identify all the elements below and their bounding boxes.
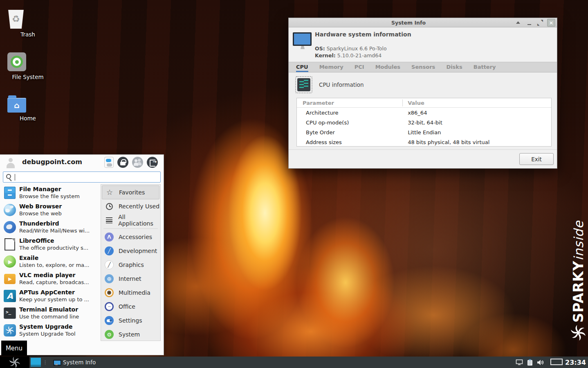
internet-icon: ⊕ xyxy=(105,274,114,283)
show-desktop-button[interactable] xyxy=(550,359,563,365)
column-header-value: Value xyxy=(402,99,551,106)
file-manager-icon xyxy=(4,187,16,199)
view-favorites[interactable]: ☆ Favorites xyxy=(102,185,159,199)
sparky-menu-logo[interactable] xyxy=(0,357,29,368)
category-internet[interactable]: ⊕ Internet xyxy=(101,272,160,286)
desktop-icon-trash[interactable]: ♻ Trash xyxy=(7,10,48,38)
close-button[interactable]: × xyxy=(547,19,555,27)
app-item-vlc[interactable]: ▶ VLC media player Read, capture, broadc… xyxy=(3,271,99,288)
tab-pci[interactable]: PCI xyxy=(355,62,364,72)
star-icon: ☆ xyxy=(105,189,114,196)
tab-bar: CPU Memory PCI Modules Sensors Disks Bat… xyxy=(289,62,557,72)
tab-battery[interactable]: Battery xyxy=(474,62,496,72)
view-all-applications[interactable]: All Applications xyxy=(101,213,160,227)
desktop-icon-home[interactable]: ⌂ Home xyxy=(7,94,48,122)
cell-parameter: CPU op-mode(s) xyxy=(297,120,402,126)
cell-value: 48 bits physical, 48 bits virtual xyxy=(402,139,551,145)
search-icon xyxy=(6,174,11,179)
cell-value: 32-bit, 64-bit xyxy=(402,120,551,126)
category-label: Multimedia xyxy=(119,289,150,296)
cpu-chip-icon xyxy=(295,76,312,93)
desktop-icon-label: Trash xyxy=(7,31,48,38)
office-icon xyxy=(105,302,114,311)
cpu-section-header: CPU information xyxy=(295,76,364,93)
logout-icon[interactable] xyxy=(147,157,158,168)
category-label: Accessories xyxy=(119,234,152,240)
table-row[interactable]: CPU op-mode(s) 32-bit, 64-bit xyxy=(297,117,551,127)
monitor-icon xyxy=(293,32,312,49)
settings-toggles-icon[interactable] xyxy=(104,157,114,168)
panel-handle[interactable]: ⋮ xyxy=(43,360,47,365)
search-input[interactable] xyxy=(17,173,156,181)
table-row[interactable]: Architecture x86_64 xyxy=(297,108,551,117)
taskbar-clock[interactable]: 23:34 xyxy=(565,357,587,368)
user-avatar[interactable] xyxy=(5,157,16,168)
app-name: APTus AppCenter xyxy=(19,289,75,296)
app-item-libreoffice[interactable]: LibreOffice The office productivity s... xyxy=(3,236,99,253)
menu-button[interactable]: Menu xyxy=(1,341,27,356)
app-item-exaile[interactable]: ▶ Exaile Listen to, explore, or ma... xyxy=(3,253,99,271)
app-item-web-browser[interactable]: Web Browser Browse the web xyxy=(3,202,99,219)
app-item-thunderbird[interactable]: Thunderbird Read/Write Mail/News wi... xyxy=(3,219,99,236)
app-item-terminal[interactable]: >_ Terminal Emulator Use the command lin… xyxy=(3,305,99,322)
app-item-aptus[interactable]: A APTus AppCenter Keep your system up to… xyxy=(3,288,99,305)
maximize-button[interactable] xyxy=(536,19,544,27)
home-folder-icon: ⌂ xyxy=(7,98,26,113)
tab-sensors[interactable]: Sensors xyxy=(411,62,435,72)
cell-parameter: Byte Order xyxy=(297,129,402,135)
tab-modules[interactable]: Modules xyxy=(375,62,400,72)
shade-button[interactable] xyxy=(514,19,522,27)
view-recently-used[interactable]: Recently Used xyxy=(101,199,160,213)
display-settings-icon[interactable] xyxy=(516,359,523,366)
multimedia-icon xyxy=(105,288,114,297)
cell-parameter: Address sizes xyxy=(297,139,402,145)
minimize-button[interactable] xyxy=(525,19,533,27)
desktop-icon-file-system[interactable]: File System xyxy=(7,52,48,80)
clipboard-icon[interactable] xyxy=(527,359,533,366)
app-list: File Manager Browse the file system Web … xyxy=(3,185,99,339)
os-label: OS: xyxy=(315,45,325,52)
kernel-line: Kernel:5.10.0-21-amd64 xyxy=(315,52,382,59)
window-buttons: × xyxy=(514,18,555,27)
category-graphics[interactable]: ╱ Graphics xyxy=(101,258,160,272)
lock-screen-icon[interactable] xyxy=(117,157,128,168)
thunderbird-icon xyxy=(4,221,16,233)
app-item-file-manager[interactable]: File Manager Browse the file system xyxy=(3,185,99,202)
switch-user-icon[interactable] xyxy=(132,157,143,168)
taskbar-task-system-info[interactable]: System Info xyxy=(50,357,99,367)
volume-icon[interactable] xyxy=(537,359,544,366)
window-titlebar[interactable]: System Info × xyxy=(289,18,557,27)
vlc-icon: ▶ xyxy=(4,273,16,285)
cell-value: x86_64 xyxy=(402,110,551,116)
tab-memory[interactable]: Memory xyxy=(319,62,343,72)
category-panel: ☆ Favorites Recently Used All Applicatio… xyxy=(101,184,161,341)
table-row[interactable]: Address sizes 48 bits physical, 48 bits … xyxy=(297,137,551,147)
table-row[interactable]: Byte Order Little Endian xyxy=(297,127,551,137)
category-development[interactable]: ╱ Development xyxy=(101,244,160,258)
clock-icon xyxy=(106,203,113,210)
tab-disks[interactable]: Disks xyxy=(446,62,462,72)
workspace-pager[interactable] xyxy=(31,358,41,367)
category-separator xyxy=(103,228,158,229)
menu-header-actions xyxy=(104,157,158,168)
category-accessories[interactable]: Λ Accessories xyxy=(101,230,160,244)
system-icon: ⚙ xyxy=(105,330,114,339)
app-item-system-upgrade[interactable]: System Upgrade System Upgrade Tool xyxy=(3,322,99,339)
category-system[interactable]: ⚙ System xyxy=(101,327,160,341)
app-name: Terminal Emulator xyxy=(19,306,78,313)
category-settings[interactable]: Settings xyxy=(101,314,160,327)
app-name: Web Browser xyxy=(19,203,62,210)
whisker-menu: debugpoint.com File Manager Browse the f… xyxy=(0,154,164,355)
brand-tagline: inside xyxy=(571,221,586,261)
view-label: Recently Used xyxy=(119,203,159,210)
tab-cpu[interactable]: CPU xyxy=(296,62,308,72)
cell-parameter: Architecture xyxy=(297,110,402,116)
recycle-glyph: ♻ xyxy=(12,15,20,24)
window-header: Hardware system information OS:SparkyLin… xyxy=(289,27,557,62)
category-office[interactable]: Office xyxy=(101,300,160,314)
exit-button[interactable]: Exit xyxy=(519,153,554,165)
app-desc: System Upgrade Tool xyxy=(19,331,76,337)
menu-search xyxy=(3,172,161,183)
category-label: Development xyxy=(119,248,157,254)
category-multimedia[interactable]: Multimedia xyxy=(101,286,160,300)
